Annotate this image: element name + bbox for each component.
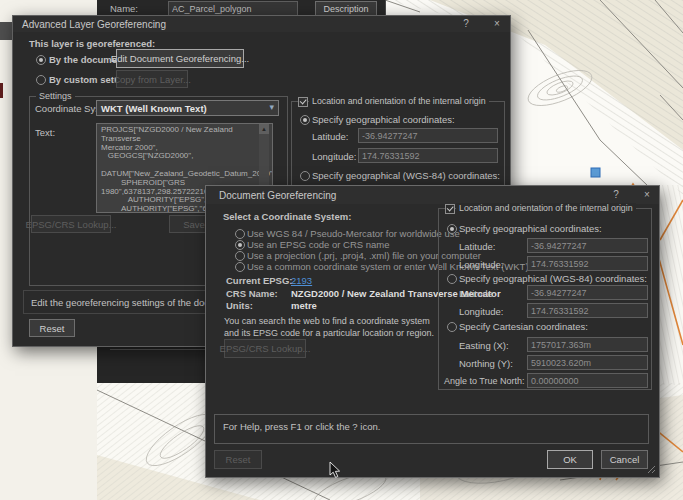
georeferenced-intro-label: This layer is georeferenced: (29, 38, 155, 49)
angle-to-true-north-label: Angle to True North: (444, 376, 525, 387)
close-icon[interactable]: × (640, 189, 654, 201)
epsg-crs-lookup-button[interactable]: EPSG/CRS Lookup... (224, 339, 306, 358)
select-crs-heading: Select a Coordinate System: (223, 211, 351, 222)
reset-button[interactable]: Reset (214, 450, 262, 469)
chevron-down-icon: ▾ (269, 102, 274, 112)
northing-field[interactable]: 5910023.620m (527, 355, 648, 370)
name-label: Name: (110, 3, 138, 14)
mouse-cursor (329, 461, 342, 480)
wgs84-coords-label: Specify geographical (WGS-84) coordinate… (459, 273, 647, 284)
wgs84-coords-label: Specify geographical (WGS-84) coordinate… (312, 170, 500, 181)
crs-option-epsg-radio[interactable] (235, 240, 245, 250)
units-label: Units: (226, 300, 253, 311)
crs-option-wgs84-label: Use WGS 84 / Pseudo-Mercator for worldwi… (247, 228, 460, 239)
latitude2-label: Latitude: (459, 288, 495, 299)
crs-option-epsg-label: Use an EPSG code or CRS name (247, 239, 390, 250)
crs-option-file-radio[interactable] (235, 251, 245, 261)
layer-properties-dialog-fragment-top: Name: AC_Parcel_polygon Description (97, 0, 386, 15)
ok-button[interactable]: OK (547, 450, 593, 469)
text-label: Text: (35, 127, 55, 138)
description-button[interactable]: Description (315, 1, 377, 16)
current-epsg-link[interactable]: 2193 (291, 275, 312, 286)
wgs84-coords-radio[interactable] (300, 171, 310, 181)
crs-name-label: CRS Name: (226, 288, 278, 299)
geo-coords-radio[interactable] (447, 224, 457, 234)
search-hint-text: You can search the web to find a coordin… (224, 316, 436, 339)
advanced-dialog-title: Advanced Layer Georeferencing (22, 19, 166, 30)
easting-field[interactable]: 1757017.363m (527, 337, 648, 352)
origin-group-label: Location and orientation of the internal… (309, 96, 489, 107)
help-icon[interactable]: ? (459, 18, 473, 30)
cancel-button[interactable]: Cancel (601, 450, 648, 469)
help-message-box: For Help, press F1 or click the ? icon. (214, 414, 649, 444)
origin-group: Location and orientation of the internal… (438, 208, 652, 390)
name-input[interactable]: AC_Parcel_polygon (168, 1, 298, 16)
current-epsg-label: Current EPSG: (226, 275, 293, 286)
edit-document-georeferencing-button[interactable]: Edit Document Georeferencing... (116, 49, 244, 68)
latitude-field[interactable]: -36.94277247 (358, 128, 498, 143)
longitude-field[interactable]: 174.76331592 (527, 256, 648, 271)
longitude2-field[interactable]: 174.76331592 (527, 303, 648, 318)
origin-checkbox[interactable] (445, 204, 455, 214)
document-dialog-title: Document Georeferencing (219, 190, 336, 201)
longitude2-label: Longitude: (459, 306, 503, 317)
cartesian-coords-label: Specify Cartesian coordinates: (459, 321, 588, 332)
angle-to-true-north-field[interactable]: 0.00000000 (527, 373, 648, 388)
wgs84-coords-radio[interactable] (447, 274, 457, 284)
scroll-up-icon[interactable]: ▲ (259, 124, 269, 134)
latitude-label: Latitude: (459, 241, 495, 252)
cartesian-coords-radio[interactable] (447, 322, 457, 332)
help-message-text: For Help, press F1 or click the ? icon. (223, 421, 380, 432)
window-fragment-red (0, 83, 3, 98)
crs-option-wkt-radio[interactable] (235, 262, 245, 272)
help-icon[interactable]: ? (609, 189, 623, 201)
units-value: metre (291, 300, 317, 311)
latitude-field[interactable]: -36.94277247 (527, 238, 648, 253)
by-document-radio[interactable] (36, 55, 46, 65)
geo-coords-label: Specify geographical coordinates: (459, 223, 602, 234)
reset-button[interactable]: Reset (29, 319, 75, 337)
easting-label: Easting (X): (459, 340, 509, 351)
settings-group-label: Settings (36, 91, 75, 102)
document-dialog-titlebar[interactable]: Document Georeferencing ? × (206, 186, 659, 204)
screen: { "icons": { "help": "?", "close": "×", … (0, 0, 683, 500)
crs-option-wgs84-radio[interactable] (235, 229, 245, 239)
latitude-label: Latitude: (312, 131, 348, 142)
longitude-label: Longitude: (459, 259, 503, 270)
advanced-dialog-titlebar[interactable]: Advanced Layer Georeferencing ? × (13, 16, 510, 32)
origin-group-label: Location and orientation of the internal… (456, 203, 636, 214)
longitude-label: Longitude: (312, 151, 356, 162)
northing-label: Northing (Y): (459, 358, 513, 369)
fragment-box-edge (110, 349, 205, 350)
epsg-crs-lookup-button[interactable]: EPSG/CRS Lookup... (31, 215, 111, 233)
longitude-field[interactable]: 174.76331592 (358, 148, 498, 163)
coordinate-system-value: WKT (Well Known Text) (101, 103, 207, 114)
geo-coords-radio[interactable] (300, 115, 310, 125)
resize-grip[interactable] (647, 465, 656, 474)
geo-coords-label: Specify geographical coordinates: (312, 114, 455, 125)
latitude2-field[interactable]: -36.94277247 (527, 285, 648, 300)
copy-from-layer-button[interactable]: Copy from Layer... (116, 70, 188, 88)
document-georeferencing-dialog: Document Georeferencing ? × Select a Coo… (205, 185, 660, 478)
window-fragment-gray (0, 22, 12, 40)
layer-properties-dialog-fragment-bottom (97, 345, 205, 383)
close-icon[interactable]: × (490, 18, 504, 30)
by-custom-settings-radio[interactable] (36, 75, 46, 85)
coordinate-system-dropdown[interactable]: WKT (Well Known Text) ▾ (96, 100, 279, 116)
origin-checkbox[interactable] (298, 97, 308, 107)
